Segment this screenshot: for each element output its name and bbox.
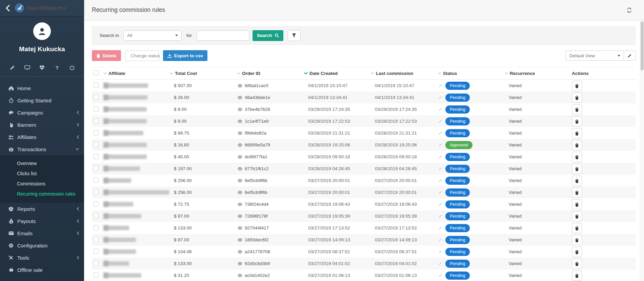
search-button[interactable]: Search <box>253 30 283 41</box>
submenu-item-overview[interactable]: Overview <box>0 158 84 168</box>
eye-icon[interactable] <box>238 238 242 242</box>
delete-row-button[interactable] <box>572 235 582 245</box>
app-logo[interactable]: Post Affiliate Pro <box>15 3 66 13</box>
column-header-total-cost[interactable]: Total Cost <box>175 71 197 76</box>
row-checkbox[interactable] <box>94 249 99 254</box>
column-header-recurrence[interactable]: Recurrence <box>510 71 535 76</box>
sort-chevron-icon[interactable] <box>103 72 107 75</box>
edit-status-pencil-icon[interactable] <box>439 107 442 111</box>
eye-icon[interactable] <box>238 215 242 218</box>
edit-status-pencil-icon[interactable] <box>439 119 442 123</box>
column-header-last-commission[interactable]: Last commission <box>376 71 413 76</box>
edit-status-pencil-icon[interactable] <box>439 190 442 194</box>
sort-chevron-icon[interactable] <box>505 72 508 75</box>
sidebar-item-payouts[interactable]: $ Payouts <box>0 215 84 227</box>
refresh-button[interactable] <box>626 7 632 13</box>
delete-row-button[interactable] <box>572 187 582 198</box>
delete-row-button[interactable] <box>572 81 582 91</box>
row-checkbox[interactable] <box>94 213 99 218</box>
pencil-icon[interactable] <box>9 64 16 71</box>
sort-chevron-icon[interactable] <box>237 72 240 75</box>
submenu-item-commissions[interactable]: Commissions <box>0 179 84 189</box>
eye-icon[interactable] <box>238 108 242 111</box>
sidebar-item-home[interactable]: Home <box>0 82 84 94</box>
column-header-status[interactable]: Status <box>443 71 457 76</box>
delete-row-button[interactable] <box>572 164 582 174</box>
row-checkbox[interactable] <box>94 118 99 123</box>
edit-status-pencil-icon[interactable] <box>439 214 442 218</box>
sidebar-item-emails[interactable]: Emails <box>0 227 84 239</box>
eye-icon[interactable] <box>238 167 242 170</box>
delete-row-button[interactable] <box>572 259 582 269</box>
edit-status-pencil-icon[interactable] <box>439 143 442 147</box>
delete-row-button[interactable] <box>572 152 582 162</box>
eye-icon[interactable] <box>238 226 242 230</box>
eye-icon[interactable] <box>238 250 242 254</box>
help-icon[interactable]: ? <box>54 64 60 71</box>
column-header-affiliate[interactable]: Affiliate <box>108 71 125 76</box>
edit-status-pencil-icon[interactable] <box>439 250 442 254</box>
search-term-input[interactable] <box>197 31 249 41</box>
change-status-dropdown[interactable]: Change status <box>125 51 159 61</box>
eye-icon[interactable] <box>238 262 242 265</box>
row-checkbox[interactable] <box>94 130 99 135</box>
delete-row-button[interactable] <box>572 247 582 257</box>
column-header-date-created[interactable]: Date Created <box>309 71 338 76</box>
edit-status-pencil-icon[interactable] <box>439 96 442 99</box>
submenu-item-recurring-commission-rules[interactable]: Recurring commission rules <box>0 189 84 199</box>
edit-status-pencil-icon[interactable] <box>439 226 442 230</box>
delete-row-button[interactable] <box>572 270 582 281</box>
edit-status-pencil-icon[interactable] <box>439 238 442 242</box>
edit-status-pencil-icon[interactable] <box>439 167 442 170</box>
eye-icon[interactable] <box>238 84 242 87</box>
sort-chevron-active-icon[interactable] <box>304 72 308 75</box>
column-header-order-id[interactable]: Order ID <box>242 71 260 76</box>
row-checkbox[interactable] <box>94 189 99 195</box>
view-select[interactable]: Default View <box>566 51 624 60</box>
sidebar-item-banners[interactable]: Banners <box>0 119 84 131</box>
heartbeat-icon[interactable] <box>39 64 45 71</box>
sidebar-item-configuration[interactable]: Configuration <box>0 239 84 252</box>
sidebar-item-campaigns[interactable]: Campaigns <box>0 106 84 119</box>
vertical-scrollbar[interactable] <box>640 20 644 281</box>
delete-row-button[interactable] <box>572 140 582 150</box>
search-in-select[interactable]: All <box>123 31 182 41</box>
sort-chevron-icon[interactable] <box>371 72 374 75</box>
sidebar-item-reports[interactable]: Reports <box>0 203 84 215</box>
row-checkbox[interactable] <box>94 166 99 171</box>
row-checkbox[interactable] <box>94 261 99 266</box>
eye-icon[interactable] <box>238 274 242 277</box>
sort-chevron-icon[interactable] <box>438 72 441 75</box>
row-checkbox[interactable] <box>94 83 99 88</box>
delete-row-button[interactable] <box>572 93 582 103</box>
eye-icon[interactable] <box>238 179 242 182</box>
sidebar-item-affiliates[interactable]: Affiliates <box>0 131 84 143</box>
delete-row-button[interactable] <box>572 176 582 186</box>
edit-status-pencil-icon[interactable] <box>439 274 442 277</box>
sidebar-item-tools[interactable]: Tools <box>0 252 84 264</box>
edit-status-pencil-icon[interactable] <box>439 262 442 265</box>
monitor-icon[interactable] <box>24 64 31 71</box>
edit-view-button[interactable] <box>624 51 635 60</box>
delete-row-button[interactable] <box>572 211 582 221</box>
row-checkbox[interactable] <box>94 178 99 183</box>
eye-icon[interactable] <box>238 132 242 135</box>
export-csv-button[interactable]: Export to csv <box>163 50 208 61</box>
sidebar-item-offline-sale[interactable]: Offline sale <box>0 264 84 276</box>
sidebar-item-getting-started[interactable]: Getting Started <box>0 94 84 106</box>
row-checkbox[interactable] <box>94 142 99 147</box>
row-checkbox[interactable] <box>94 237 99 242</box>
row-checkbox[interactable] <box>94 201 99 206</box>
eye-icon[interactable] <box>238 203 242 206</box>
delete-row-button[interactable] <box>572 128 582 138</box>
avatar[interactable] <box>33 22 51 40</box>
delete-row-button[interactable] <box>572 199 582 209</box>
eye-icon[interactable] <box>238 96 242 99</box>
row-checkbox[interactable] <box>94 154 99 159</box>
row-checkbox[interactable] <box>94 225 99 230</box>
row-checkbox[interactable] <box>94 273 99 278</box>
power-icon[interactable] <box>68 64 75 71</box>
eye-icon[interactable] <box>238 120 242 123</box>
eye-icon[interactable] <box>238 155 242 159</box>
delete-button[interactable]: Delete <box>92 50 121 61</box>
